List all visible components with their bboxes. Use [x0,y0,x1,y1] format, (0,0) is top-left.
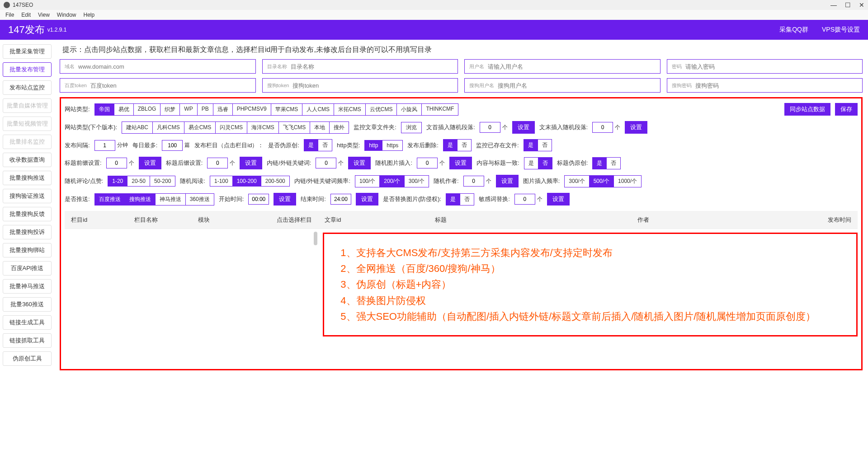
cms-tag-12[interactable]: 小旋风 [397,104,422,115]
sidebar-item-3[interactable]: 批量自媒体管理 [3,98,52,113]
input-sensitive[interactable] [514,194,535,205]
read-tag-1[interactable]: 100-200 [233,176,261,186]
cms-tag-3[interactable]: 织梦 [160,104,180,115]
set-suf-button[interactable]: 设置 [240,157,262,169]
cmsnext-tag-5[interactable]: 飞飞CMS [279,122,311,133]
set-randimg-button[interactable]: 设置 [449,157,472,169]
set-inlink-button[interactable]: 设置 [348,157,371,169]
minimize-icon[interactable]: — [830,1,837,9]
set-end-button[interactable]: 设置 [356,193,378,205]
cms-tag-13[interactable]: THINKCMF [422,104,458,115]
set-author-button[interactable]: 设置 [496,175,519,187]
sidebar-item-9[interactable]: 批量搜狗反馈 [3,207,52,221]
sidebar-item-15[interactable]: 链接生成工具 [3,315,52,330]
cmt-tag-0[interactable]: 1-20 [108,176,127,186]
set-tail-button[interactable]: 设置 [625,121,647,134]
set-sensitive-button[interactable]: 设置 [547,193,570,205]
linkf-tag-1[interactable]: 200/个 [380,176,404,187]
sidebar-item-11[interactable]: 批量搜狗绑站 [3,243,52,257]
input-stoken[interactable] [292,82,453,89]
same-yes[interactable]: 是 [524,158,538,169]
cmsnext-tag-1[interactable]: 凡科CMS [153,122,184,133]
set-start-button[interactable]: 设置 [274,193,296,205]
sync-button[interactable]: 同步站点数据 [784,103,830,116]
cmt-tag-1[interactable]: 20-50 [127,176,150,186]
same-no[interactable]: 否 [538,158,552,169]
input-suf[interactable] [207,158,228,168]
http-tag-1[interactable]: https [382,140,402,150]
push-tag-1[interactable]: 搜狗推送 [125,194,156,205]
push-tag-3[interactable]: 360推送 [186,194,214,205]
tpseudo-yes[interactable]: 是 [593,158,607,169]
input-pass[interactable] [685,63,858,70]
sidebar-item-10[interactable]: 批量搜狗投诉 [3,225,52,239]
del-yes[interactable]: 是 [443,140,458,151]
cmsnext-tag-0[interactable]: 建站ABC [122,122,153,133]
cms-tag-7[interactable]: PHPCMSV9 [233,104,271,115]
input-user[interactable] [488,63,656,70]
linkf-tag-0[interactable]: 100/个 [355,176,380,187]
del-no[interactable]: 否 [458,140,471,151]
input-randimg[interactable] [417,158,438,168]
push-tag-2[interactable]: 神马推送 [156,194,186,205]
sidebar-item-12[interactable]: 百度API推送 [3,261,52,276]
http-tag-0[interactable]: http [365,140,382,150]
browse-button[interactable]: 浏览 [401,122,422,133]
imgf-tag-0[interactable]: 300/个 [565,176,589,187]
cmsnext-tag-2[interactable]: 易企CMS [184,122,216,133]
sidebar-item-14[interactable]: 批量360推送 [3,297,52,312]
menu-view[interactable]: View [34,11,53,19]
cms-tag-11[interactable]: 云优CMS [366,104,397,115]
save-button[interactable]: 保存 [835,103,858,116]
menu-help[interactable]: Help [80,11,99,19]
push-tag-0[interactable]: 百度推送 [95,194,125,205]
mon-no[interactable]: 否 [538,140,552,151]
sidebar-item-5[interactable]: 批量排名监控 [3,135,52,149]
input-pre[interactable] [106,158,127,168]
link-qq[interactable]: 采集QQ群 [779,26,808,34]
input-dir[interactable] [291,63,453,70]
read-tag-2[interactable]: 200-500 [261,176,289,186]
input-domain[interactable] [78,63,251,70]
menu-edit[interactable]: Edit [18,11,34,19]
set-pre-button[interactable]: 设置 [139,157,161,169]
input-start[interactable] [248,194,269,205]
input-author[interactable] [463,176,484,187]
cms-tag-8[interactable]: 苹果CMS [271,104,303,115]
scrollbar-thumb[interactable] [314,232,317,245]
cms-tag-2[interactable]: ZBLOG [134,104,161,115]
set-head-button[interactable]: 设置 [512,121,535,134]
input-suser[interactable] [498,82,656,89]
rimg-no[interactable]: 否 [460,194,474,205]
sidebar-item-7[interactable]: 批量搜狗推送 [3,171,52,185]
sidebar-item-2[interactable]: 发布站点监控 [3,80,52,95]
cms-tag-5[interactable]: PB [198,104,213,115]
sidebar-item-8[interactable]: 搜狗验证推送 [3,189,52,203]
sidebar-item-1[interactable]: 批量发布管理 [3,62,52,77]
pseudo-yes[interactable]: 是 [304,140,318,151]
input-daily[interactable] [162,140,183,151]
cms-tag-6[interactable]: 迅睿 [213,104,233,115]
tpseudo-no[interactable]: 否 [607,158,620,169]
rimg-yes[interactable]: 是 [446,194,460,205]
read-tag-0[interactable]: 1-100 [210,176,233,186]
input-insert-head[interactable] [480,122,500,133]
cmsnext-tag-6[interactable]: 本地 [310,122,330,133]
cms-tag-10[interactable]: 米拓CMS [334,104,366,115]
cms-tag-1[interactable]: 易优 [114,104,134,115]
cmsnext-tag-3[interactable]: 闪灵CMS [216,122,247,133]
sidebar-item-4[interactable]: 批量短视频管理 [3,117,52,131]
input-btoken[interactable] [90,82,251,89]
input-inlink[interactable] [316,158,336,168]
sidebar-item-6[interactable]: 收录数据查询 [3,153,52,167]
cmt-tag-2[interactable]: 50-200 [150,176,175,186]
cms-tag-4[interactable]: WP [180,104,197,115]
maximize-icon[interactable]: ☐ [845,1,851,9]
imgf-tag-2[interactable]: 1000/个 [614,176,641,187]
linkf-tag-2[interactable]: 300/个 [405,176,429,187]
input-interval[interactable] [94,140,115,151]
sidebar-item-0[interactable]: 批量采集管理 [3,44,52,59]
input-insert-tail[interactable] [592,122,613,133]
pseudo-no[interactable]: 否 [318,140,332,151]
input-end[interactable] [330,194,351,205]
